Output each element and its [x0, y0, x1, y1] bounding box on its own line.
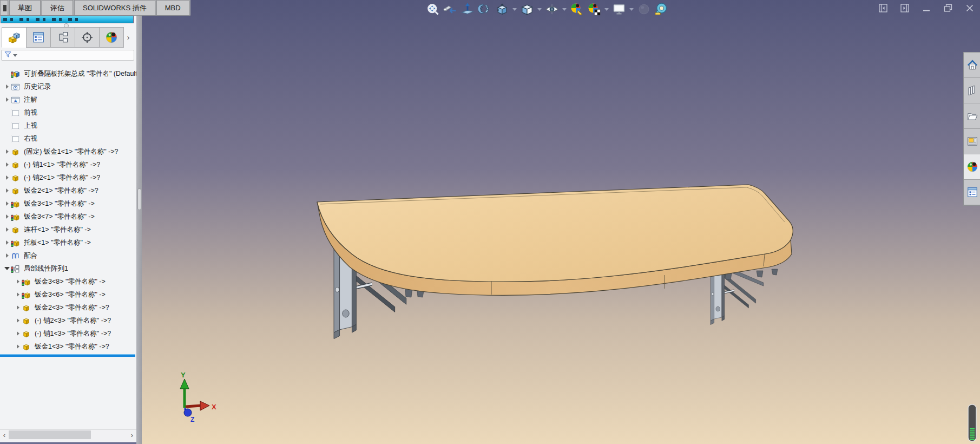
propertymanager-tab[interactable]: [26, 27, 51, 48]
tree-expander-collapsed[interactable]: [3, 84, 11, 89]
filter-dropdown-arrow[interactable]: [13, 54, 17, 57]
headsup-apply-scene-dropdown[interactable]: [604, 8, 609, 11]
tree-item-14[interactable]: 配合: [0, 249, 136, 262]
window-control-restore[interactable]: [942, 3, 955, 15]
featuremanager-tab[interactable]: [2, 27, 27, 48]
headsup-display-style-dropdown[interactable]: [537, 8, 542, 11]
window-control-close[interactable]: [963, 3, 976, 15]
tree-item-15[interactable]: 局部线性阵列1: [0, 262, 136, 275]
headsup-zoom-to-fit[interactable]: [425, 2, 440, 17]
tree-item-16[interactable]: 钣金3<8> "零件名称" ->: [0, 275, 136, 288]
taskpane-view-palette[interactable]: [964, 129, 980, 154]
taskpane-design-library[interactable]: [964, 78, 980, 103]
headsup-display-style[interactable]: [519, 2, 535, 17]
headsup-view-settings[interactable]: [611, 2, 627, 17]
menu-tab-0[interactable]: 草图: [9, 0, 41, 15]
tree-expander-collapsed[interactable]: [3, 175, 11, 180]
tree-expander-collapsed[interactable]: [3, 240, 11, 245]
menu-tab-2[interactable]: SOLIDWORKS 插件: [74, 0, 155, 15]
scrollbar-thumb[interactable]: [9, 430, 91, 439]
tree-expander-collapsed[interactable]: [3, 201, 11, 206]
tree-item-3[interactable]: 前视: [0, 106, 136, 119]
tree-root-item[interactable]: 可折叠隔板托架总成 "零件名" (Default: [0, 67, 136, 80]
tree-item-9[interactable]: 钣金2<1> "零件名称" ->?: [0, 184, 136, 197]
configurationmanager-tab[interactable]: [50, 27, 75, 48]
tree-item-20[interactable]: (-) 销1<3> "零件名称" ->?: [0, 327, 136, 340]
tree-item-8[interactable]: (-) 销2<1> "零件名称" ->?: [0, 171, 136, 184]
headsup-previous-view[interactable]: [443, 2, 458, 17]
tree-expander-collapsed[interactable]: [14, 331, 22, 336]
performance-gauge: [968, 404, 976, 441]
splitter-grip[interactable]: [137, 188, 141, 210]
headsup-normal-to[interactable]: [460, 2, 475, 17]
tree-item-21[interactable]: 钣金1<3> "零件名称" ->?: [0, 340, 136, 353]
taskpane-appearances-scenes[interactable]: [964, 154, 980, 180]
headsup-hide-show-items-dropdown[interactable]: [562, 8, 567, 11]
headsup-view-orientation-dropdown[interactable]: [512, 8, 517, 11]
scrollbar-left-arrow[interactable]: ‹: [0, 430, 9, 441]
headsup-view-settings-dropdown[interactable]: [629, 8, 634, 11]
view-orientation-icon: [495, 2, 509, 16]
tree-filter[interactable]: [1, 50, 134, 61]
tree-expander-collapsed[interactable]: [14, 344, 22, 349]
scrollbar-right-arrow[interactable]: ›: [128, 430, 136, 441]
headsup-realview-graphics[interactable]: [636, 2, 652, 17]
tree-item-2[interactable]: A注解: [0, 93, 136, 106]
tree-expander-collapsed[interactable]: [14, 305, 22, 310]
tree-expander-collapsed[interactable]: [3, 253, 11, 258]
headsup-hide-show-items[interactable]: [544, 2, 560, 17]
panel-splitter[interactable]: [136, 15, 142, 444]
tree-expander-collapsed[interactable]: [14, 318, 22, 323]
headsup-apply-scene[interactable]: [587, 2, 602, 17]
edit-appearance-icon: [570, 2, 584, 16]
menu-tab-3[interactable]: MBD: [156, 0, 189, 15]
svg-text:A: A: [14, 99, 17, 103]
menu-tab-clipped[interactable]: [0, 0, 8, 15]
tree-item-7[interactable]: (-) 销1<1> "零件名称" ->?: [0, 158, 136, 171]
panel-tabs-overflow[interactable]: ›: [123, 27, 133, 48]
tree-expander-collapsed[interactable]: [3, 97, 11, 102]
tree-item-1[interactable]: 历史记录: [0, 80, 136, 93]
tree-expander-collapsed[interactable]: [3, 162, 11, 167]
tree-item-5[interactable]: 右视: [0, 132, 136, 145]
tree-item-18[interactable]: 钣金2<3> "零件名称" ->?: [0, 301, 136, 314]
taskpane-home[interactable]: [964, 53, 980, 78]
tree-item-12[interactable]: 连杆<1> "零件名称" ->: [0, 223, 136, 236]
taskpane-custom-properties[interactable]: [964, 180, 980, 205]
menu-tab-1[interactable]: 评估: [42, 0, 73, 15]
tree-item-4[interactable]: 上视: [0, 119, 136, 132]
tree-item-11[interactable]: 钣金3<7> "零件名称" ->: [0, 210, 136, 223]
view-palette-icon: [966, 135, 978, 147]
tree-item-19[interactable]: (-) 销2<3> "零件名称" ->?: [0, 314, 136, 327]
rollback-bar[interactable]: [0, 354, 135, 357]
tree-expander-collapsed[interactable]: [3, 227, 11, 232]
tree-expander-expanded[interactable]: [3, 267, 11, 270]
tree-item-10[interactable]: 钣金3<1> "零件名称" ->: [0, 197, 136, 210]
tree-item-13[interactable]: 托板<1> "零件名称" ->: [0, 236, 136, 249]
taskpane-file-explorer[interactable]: [964, 103, 980, 129]
tree-expander-collapsed[interactable]: [3, 214, 11, 219]
headsup-measure[interactable]: [654, 2, 669, 17]
tree-expander-collapsed[interactable]: [3, 188, 11, 193]
zoom-to-fit-icon: [426, 2, 440, 16]
hide-show-items-icon: [545, 2, 559, 16]
tree-item-17[interactable]: 钣金3<6> "零件名称" ->: [0, 288, 136, 301]
orientation-triad: Y X Z: [180, 371, 216, 423]
headsup-toolbar: [425, 2, 669, 17]
tree-expander-collapsed[interactable]: [3, 149, 11, 154]
displaymanager-tab[interactable]: [99, 27, 124, 48]
tree-expander-collapsed[interactable]: [14, 279, 22, 284]
dimxpertmanager-tab[interactable]: [75, 27, 100, 48]
tree-item-label: 局部线性阵列1: [24, 264, 68, 273]
tree-expander-collapsed[interactable]: [14, 292, 22, 297]
headsup-edit-appearance[interactable]: [569, 2, 584, 17]
window-control-collapse-pane-left[interactable]: [877, 3, 890, 15]
realview-graphics-icon: [637, 2, 651, 16]
window-control-collapse-pane-right[interactable]: [898, 3, 911, 15]
home-icon: [966, 59, 978, 71]
headsup-view-orientation[interactable]: [495, 2, 510, 17]
custom-properties-icon: [966, 186, 978, 198]
headsup-section-view[interactable]: [477, 2, 492, 17]
window-control-minimize[interactable]: [920, 3, 933, 15]
tree-item-6[interactable]: (固定) 钣金1<1> "零件名称" ->?: [0, 145, 136, 158]
